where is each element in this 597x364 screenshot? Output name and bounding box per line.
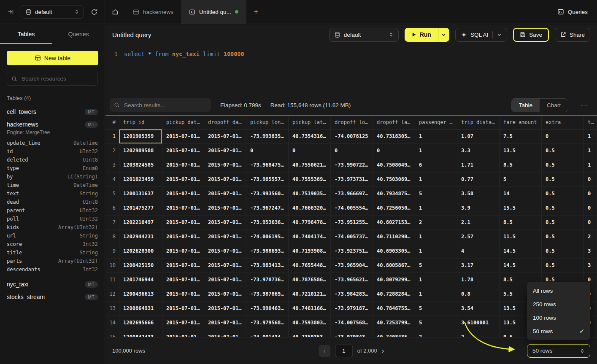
table-cell[interactable]: 2015-07-01… (162, 129, 204, 143)
table-cell[interactable]: 7.5 (500, 129, 542, 143)
table-cell[interactable]: 40.7354316… (289, 129, 331, 143)
table-cell[interactable]: 2015-07-01… (162, 144, 204, 158)
table-cell[interactable]: 2015-07-01… (204, 244, 246, 258)
table-cell[interactable]: 11.5 (500, 230, 542, 244)
table-cell[interactable]: 2 (415, 330, 457, 337)
table-cell[interactable]: 1201023459 (119, 173, 162, 186)
table-cell[interactable]: 2015-07-01… (162, 259, 204, 272)
new-tab-button[interactable]: + (246, 0, 266, 24)
table-cell[interactable]: -74.005554… (331, 201, 373, 215)
table-cell[interactable]: 2015-07-01… (204, 201, 246, 215)
table-cell[interactable]: 40.7210121… (289, 287, 331, 301)
row-index[interactable]: 8 (105, 230, 119, 244)
table-cell[interactable]: 2 (415, 216, 457, 229)
row-index[interactable]: 9 (105, 244, 119, 258)
table-cell[interactable]: 3 (584, 244, 597, 258)
rows-menu-item[interactable]: All rows (527, 284, 590, 297)
table-cell[interactable]: 5 (415, 187, 457, 201)
table-cell[interactable]: 3.54 (457, 302, 500, 315)
column-header[interactable]: # (105, 116, 119, 129)
table-cell[interactable]: -73.973731… (331, 173, 373, 186)
table-cell[interactable]: 5 (500, 173, 542, 186)
tab-hackernews[interactable]: hackernews (125, 0, 181, 24)
table-cell[interactable]: 40.8005867… (373, 259, 415, 272)
resource-search-input[interactable] (21, 75, 93, 82)
table-cell[interactable]: 1200425150 (119, 259, 162, 272)
table-cell[interactable]: 1 (415, 144, 457, 158)
table-cell[interactable]: 8.5 (500, 216, 542, 229)
table-cell[interactable]: 0.5 (542, 158, 584, 172)
table-cell[interactable]: 40.7655448… (289, 259, 331, 272)
table-cell[interactable]: 40.6903305… (373, 244, 415, 258)
table-cell[interactable]: 2015-07-01… (204, 144, 246, 158)
table-cell[interactable]: -74.005737… (331, 230, 373, 244)
table-cell[interactable]: 0.5 (542, 259, 584, 272)
table-cell[interactable]: 40.7508049… (373, 158, 415, 172)
table-cell[interactable]: 40.7110290… (373, 230, 415, 244)
table-cell[interactable]: 3 (584, 259, 597, 272)
table-cell[interactable]: 5 (415, 259, 457, 272)
table-cell[interactable]: -74.0078125 (331, 129, 373, 143)
table-cell[interactable]: 1200131637 (119, 187, 162, 201)
table-cell[interactable]: 2015-07-01… (162, 230, 204, 244)
table-cell[interactable]: -73.984283… (331, 287, 373, 301)
table-cell[interactable]: -73.979187… (331, 302, 373, 315)
table-cell[interactable]: 40.7550621… (289, 158, 331, 172)
table-cell[interactable]: 0 (246, 144, 289, 158)
column-header[interactable]: pickup_dat… (162, 116, 204, 129)
table-cell[interactable]: 0 (584, 173, 597, 186)
row-index[interactable]: 5 (105, 187, 119, 201)
table-cell[interactable]: 14 (500, 187, 542, 201)
table-cell[interactable]: 2.1 (457, 216, 500, 229)
table-cell[interactable]: 1 (415, 273, 457, 287)
table-cell[interactable]: 1202989588 (119, 144, 162, 158)
row-index[interactable]: 15 (105, 330, 119, 337)
table-cell[interactable]: 40.7461166… (289, 302, 331, 315)
toggle-chart[interactable]: Chart (540, 99, 568, 112)
table-cell[interactable]: -73.965904… (331, 259, 373, 272)
table-cell[interactable]: 1201746944 (119, 273, 162, 287)
table-cell[interactable]: -73.988693… (246, 244, 289, 258)
table-cell[interactable]: -73.978736… (246, 273, 289, 287)
table-cell[interactable]: 1.78 (457, 273, 500, 287)
query-database-selector[interactable]: default (329, 28, 399, 42)
table-cell[interactable]: 0.5 (542, 244, 584, 258)
table-cell[interactable]: -74.006195… (246, 230, 289, 244)
table-cell[interactable]: 0.5 (542, 216, 584, 229)
rows-menu-item[interactable]: 50 rows✓ (527, 324, 590, 338)
column-header[interactable]: t… (584, 116, 597, 129)
table-cell[interactable]: 0 (584, 187, 597, 201)
sidebar-item-hackernews[interactable]: hackernews MT (0, 118, 105, 131)
table-cell[interactable]: 2015-07-01… (204, 187, 246, 201)
table-cell[interactable]: 3.17 (457, 259, 500, 272)
table-cell[interactable]: 2.57 (457, 230, 500, 244)
table-cell[interactable]: 0.5 (542, 230, 584, 244)
table-cell[interactable]: -73.966697… (331, 187, 373, 201)
table-cell[interactable]: 0 (584, 201, 597, 215)
sidebar-item-stocks-stream[interactable]: stocks_stream MT (0, 291, 105, 303)
table-cell[interactable]: 40.7666320… (289, 201, 331, 215)
column-header[interactable]: trip_id (119, 116, 162, 129)
table-cell[interactable]: 40.7593803… (289, 316, 331, 330)
table-cell[interactable]: 40.7846755… (373, 302, 415, 315)
table-cell[interactable]: -73.923751… (331, 244, 373, 258)
table-cell[interactable]: 0.5 (542, 187, 584, 201)
table-cell[interactable]: 2015-07-01… (204, 330, 246, 337)
column-header[interactable]: extra (542, 116, 584, 129)
table-cell[interactable]: 2015-07-01… (162, 287, 204, 301)
table-cell[interactable]: -73.979843… (331, 330, 373, 337)
table-cell[interactable]: 40.7503089… (373, 173, 415, 186)
table-cell[interactable]: -73.990722… (331, 158, 373, 172)
table-cell[interactable]: -73.951255… (331, 216, 373, 229)
sidebar-tab-queries[interactable]: Queries (52, 24, 105, 44)
share-button[interactable]: Share (555, 28, 590, 42)
table-cell[interactable]: -73.990463… (246, 302, 289, 315)
row-index[interactable]: 14 (105, 316, 119, 330)
table-cell[interactable]: 40.7256050… (373, 201, 415, 215)
table-cell[interactable]: 1 (415, 201, 457, 215)
table-cell[interactable]: 40.7519035… (289, 187, 331, 201)
table-cell[interactable]: 2015-07-01… (162, 216, 204, 229)
table-cell[interactable]: 1200436613 (119, 287, 162, 301)
table-cell[interactable]: 2 (584, 230, 597, 244)
table-cell[interactable]: 40.7934875… (373, 187, 415, 201)
